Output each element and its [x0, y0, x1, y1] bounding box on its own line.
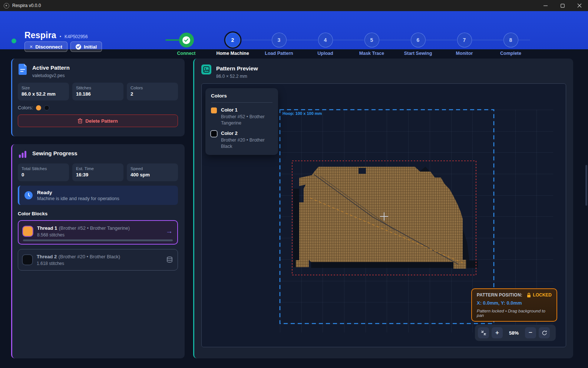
lock-state: LOCKED [533, 292, 552, 298]
step-4-circle[interactable]: 4 [318, 33, 333, 47]
clock-icon [24, 191, 33, 199]
reset-view-button[interactable] [539, 327, 550, 338]
pattern-position-overlay: PATTERN POSITION: LOCKED X: 0.0mm, Y: 0.… [471, 288, 557, 322]
preview-canvas[interactable]: Hoop: 100 x 100 mm Colors Color 1 Brothe… [201, 83, 566, 347]
arrow-right-icon: → [166, 227, 173, 235]
status-description: Machine is idle and ready for operations [37, 196, 119, 201]
fit-screen-icon [481, 330, 486, 336]
delete-pattern-label: Delete Pattern [85, 118, 118, 124]
app-logo-icon [4, 3, 9, 9]
connection-status-dot [11, 39, 16, 43]
zoom-out-button[interactable]: − [525, 327, 536, 338]
preview-dimensions: 86.0 × 52.2 mm [216, 74, 258, 79]
step-3-circle[interactable]: 3 [272, 33, 287, 47]
status-title: Ready [37, 190, 119, 195]
step-home-machine[interactable]: 2 Home Machine [209, 29, 256, 56]
stat-label: Colors [131, 86, 174, 90]
image-icon [201, 64, 211, 74]
maximize-button[interactable] [554, 0, 571, 11]
stat-est-time: Est. Time 16:39 [72, 163, 123, 181]
colors-label: Colors: [18, 105, 33, 110]
stat-value: 400 spm [131, 172, 174, 178]
thread-name: Thread 1 [37, 225, 57, 231]
thread-name: Thread 2 [37, 254, 57, 259]
title-bar: Respira v0.0.0 [0, 0, 588, 11]
thread-2-row[interactable]: Thread 2 (Brother #20 • Brother Black) 1… [18, 249, 178, 271]
stat-colors: Colors 2 [127, 83, 178, 100]
disconnect-button[interactable]: × Disconnect [24, 42, 67, 52]
color-swatch-orange [36, 105, 41, 110]
step-8-circle[interactable]: 8 [503, 33, 518, 47]
step-load-pattern[interactable]: 3 Load Pattern [256, 29, 302, 56]
zoom-in-button[interactable]: + [492, 327, 503, 338]
machine-serial: K4P502956 [65, 34, 88, 39]
check-icon [182, 36, 190, 44]
step-start-sewing[interactable]: 6 Start Sewing [395, 29, 441, 56]
step-6-circle[interactable]: 6 [411, 33, 426, 47]
stat-total-stitches: Total Stitches 0 [18, 163, 69, 181]
step-label: Start Sewing [404, 51, 432, 56]
file-icon [18, 64, 27, 75]
step-connect[interactable]: Connect [163, 29, 209, 56]
step-label: Load Pattern [265, 51, 293, 56]
step-label: Connect [177, 51, 196, 56]
step-1-circle[interactable] [179, 33, 194, 47]
legend-swatch-orange [211, 107, 217, 113]
step-mask-trace[interactable]: 5 Mask Trace [348, 29, 395, 56]
color-swatch-black [44, 105, 49, 110]
zoom-level: 58% [505, 330, 522, 336]
lock-icon [527, 293, 531, 298]
stat-label: Stitches [76, 86, 120, 90]
step-complete[interactable]: 8 Complete [488, 29, 534, 56]
close-button[interactable] [571, 0, 588, 11]
fit-to-screen-button[interactable] [478, 327, 489, 338]
card-title: Active Pattern [32, 64, 70, 71]
legend-color-name: Color 2 [221, 130, 272, 136]
position-label: PATTERN POSITION: [477, 292, 522, 298]
pattern-preview-panel: Pattern Preview 86.0 × 52.2 mm [193, 59, 573, 358]
initial-button[interactable]: Initial [70, 42, 102, 52]
pattern-filename: valetudogv2.pes [32, 73, 70, 78]
legend-color-name: Color 1 [221, 107, 272, 113]
trash-icon [78, 118, 82, 123]
stat-label: Size [22, 86, 65, 90]
check-circle-icon [76, 44, 81, 50]
hoop-size-label: Hoop: 100 x 100 mm [283, 111, 322, 116]
position-coordinates: X: 0.0mm, Y: 0.0mm [477, 300, 552, 306]
card-title: Sewing Progress [32, 149, 77, 156]
machine-status-banner: Ready Machine is idle and ready for oper… [18, 186, 178, 205]
window-scrollbar[interactable] [585, 165, 587, 206]
step-2-circle[interactable]: 2 [225, 33, 240, 47]
app-header: Respira • K4P502956 × Disconnect Initial [0, 11, 588, 49]
thread-2-swatch [23, 255, 32, 265]
window-title: Respira v0.0.0 [12, 3, 41, 8]
colors-legend: Colors Color 1 Brother #52 • Brother Tan… [205, 88, 278, 155]
refresh-icon [542, 330, 547, 336]
step-label: Upload [317, 51, 333, 56]
stat-label: Total Stitches [22, 166, 65, 171]
step-upload[interactable]: 4 Upload [302, 29, 348, 56]
embroidery-pattern [296, 167, 466, 269]
initial-label: Initial [84, 44, 97, 50]
minimize-button[interactable] [537, 0, 554, 11]
pattern-eye-notch [359, 168, 366, 174]
close-icon: × [30, 44, 33, 50]
stat-value: 16:39 [76, 172, 120, 178]
position-hint: Pattern locked • Drag background to pan [477, 309, 552, 318]
step-7-circle[interactable]: 7 [457, 33, 472, 47]
step-monitor[interactable]: 7 Monitor [441, 29, 488, 56]
thread-1-row[interactable]: Thread 1 (Brother #52 • Brother Tangerin… [18, 220, 178, 245]
app-name: Respira [24, 30, 56, 40]
workflow-stepper: Connect 2 Home Machine 3 Load Pattern 4 … [163, 29, 534, 58]
legend-item-color-1: Color 1 Brother #52 • Brother Tangerine [211, 107, 272, 126]
layers-icon [166, 256, 173, 263]
stat-value: 0 [22, 172, 65, 178]
stat-value: 86.0 x 52.2 mm [22, 91, 65, 97]
legend-title: Colors [211, 93, 272, 103]
thread-detail: (Brother #20 • Brother Black) [59, 254, 120, 259]
legend-swatch-black [211, 131, 217, 137]
delete-pattern-button[interactable]: Delete Pattern [18, 115, 178, 127]
thread-detail: (Brother #52 • Brother Tangerine) [59, 225, 130, 231]
step-label: Home Machine [216, 51, 249, 56]
step-5-circle[interactable]: 5 [364, 33, 379, 47]
